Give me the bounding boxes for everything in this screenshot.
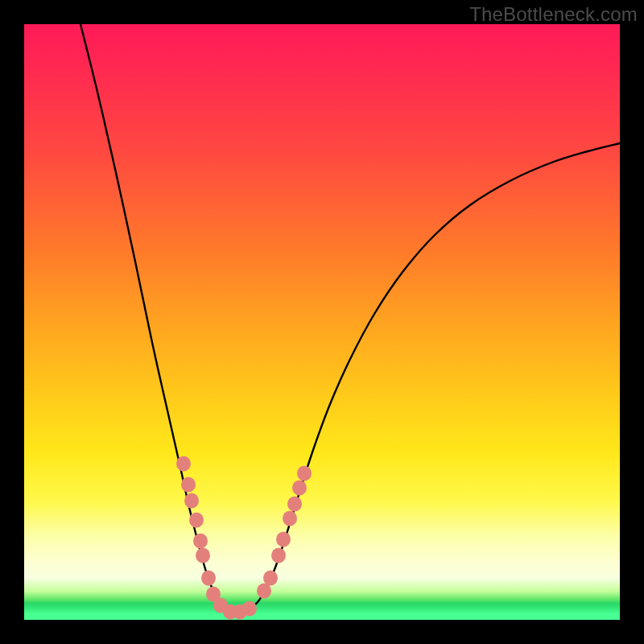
curve-marker <box>263 571 278 586</box>
curve-marker <box>193 534 208 549</box>
curve-marker <box>189 513 204 528</box>
curve-marker <box>297 466 312 481</box>
curve-markers <box>176 456 312 620</box>
curve-marker <box>181 477 196 493</box>
curve-marker <box>184 493 199 509</box>
curve-marker <box>196 548 210 564</box>
chart-frame: TheBottleneck.com <box>0 0 644 644</box>
curve-marker <box>242 601 257 617</box>
curve-marker <box>276 532 291 547</box>
curve-marker <box>283 511 297 526</box>
curve-right-branch <box>237 143 620 613</box>
curve-left-branch <box>80 24 237 613</box>
curve-marker <box>271 548 286 564</box>
curve-marker <box>287 497 302 512</box>
curve-svg <box>24 24 620 620</box>
curve-marker <box>292 481 307 496</box>
curve-marker <box>176 456 191 472</box>
curve-marker <box>257 584 271 599</box>
watermark-text: TheBottleneck.com <box>469 3 638 26</box>
curve-marker <box>201 571 216 586</box>
plot-area <box>24 24 620 620</box>
